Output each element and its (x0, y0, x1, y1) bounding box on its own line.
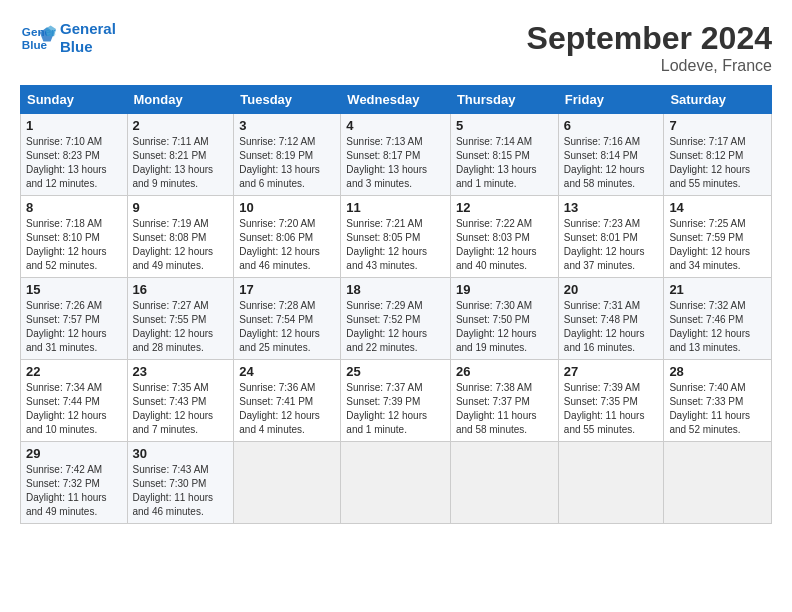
day-number: 19 (456, 282, 553, 297)
day-number: 22 (26, 364, 122, 379)
day-info: Sunrise: 7:23 AM Sunset: 8:01 PM Dayligh… (564, 217, 659, 273)
day-info: Sunrise: 7:37 AM Sunset: 7:39 PM Dayligh… (346, 381, 445, 437)
day-number: 4 (346, 118, 445, 133)
day-info: Sunrise: 7:10 AM Sunset: 8:23 PM Dayligh… (26, 135, 122, 191)
column-header-friday: Friday (558, 86, 664, 114)
day-info: Sunrise: 7:36 AM Sunset: 7:41 PM Dayligh… (239, 381, 335, 437)
day-number: 7 (669, 118, 766, 133)
calendar-cell: 15Sunrise: 7:26 AM Sunset: 7:57 PM Dayli… (21, 278, 128, 360)
page-header: General Blue General Blue September 2024… (20, 20, 772, 75)
day-number: 3 (239, 118, 335, 133)
calendar-cell: 24Sunrise: 7:36 AM Sunset: 7:41 PM Dayli… (234, 360, 341, 442)
day-info: Sunrise: 7:42 AM Sunset: 7:32 PM Dayligh… (26, 463, 122, 519)
day-info: Sunrise: 7:14 AM Sunset: 8:15 PM Dayligh… (456, 135, 553, 191)
calendar-week-row: 15Sunrise: 7:26 AM Sunset: 7:57 PM Dayli… (21, 278, 772, 360)
calendar-cell: 1Sunrise: 7:10 AM Sunset: 8:23 PM Daylig… (21, 114, 128, 196)
day-number: 23 (133, 364, 229, 379)
day-info: Sunrise: 7:40 AM Sunset: 7:33 PM Dayligh… (669, 381, 766, 437)
day-info: Sunrise: 7:19 AM Sunset: 8:08 PM Dayligh… (133, 217, 229, 273)
day-number: 1 (26, 118, 122, 133)
day-info: Sunrise: 7:34 AM Sunset: 7:44 PM Dayligh… (26, 381, 122, 437)
day-number: 16 (133, 282, 229, 297)
calendar-table: SundayMondayTuesdayWednesdayThursdayFrid… (20, 85, 772, 524)
title-block: September 2024 Lodeve, France (527, 20, 772, 75)
calendar-cell: 2Sunrise: 7:11 AM Sunset: 8:21 PM Daylig… (127, 114, 234, 196)
logo-text-general: General (60, 20, 116, 38)
day-info: Sunrise: 7:11 AM Sunset: 8:21 PM Dayligh… (133, 135, 229, 191)
day-info: Sunrise: 7:22 AM Sunset: 8:03 PM Dayligh… (456, 217, 553, 273)
calendar-cell: 8Sunrise: 7:18 AM Sunset: 8:10 PM Daylig… (21, 196, 128, 278)
calendar-cell (234, 442, 341, 524)
calendar-cell: 3Sunrise: 7:12 AM Sunset: 8:19 PM Daylig… (234, 114, 341, 196)
day-info: Sunrise: 7:12 AM Sunset: 8:19 PM Dayligh… (239, 135, 335, 191)
column-header-saturday: Saturday (664, 86, 772, 114)
calendar-cell: 27Sunrise: 7:39 AM Sunset: 7:35 PM Dayli… (558, 360, 664, 442)
day-info: Sunrise: 7:43 AM Sunset: 7:30 PM Dayligh… (133, 463, 229, 519)
day-info: Sunrise: 7:27 AM Sunset: 7:55 PM Dayligh… (133, 299, 229, 355)
day-info: Sunrise: 7:39 AM Sunset: 7:35 PM Dayligh… (564, 381, 659, 437)
day-number: 11 (346, 200, 445, 215)
calendar-cell: 14Sunrise: 7:25 AM Sunset: 7:59 PM Dayli… (664, 196, 772, 278)
day-info: Sunrise: 7:21 AM Sunset: 8:05 PM Dayligh… (346, 217, 445, 273)
month-title: September 2024 (527, 20, 772, 57)
column-header-monday: Monday (127, 86, 234, 114)
logo-icon: General Blue (20, 20, 56, 56)
day-number: 9 (133, 200, 229, 215)
day-number: 8 (26, 200, 122, 215)
day-number: 30 (133, 446, 229, 461)
calendar-cell (341, 442, 451, 524)
day-number: 17 (239, 282, 335, 297)
day-number: 24 (239, 364, 335, 379)
day-info: Sunrise: 7:17 AM Sunset: 8:12 PM Dayligh… (669, 135, 766, 191)
day-info: Sunrise: 7:29 AM Sunset: 7:52 PM Dayligh… (346, 299, 445, 355)
day-number: 5 (456, 118, 553, 133)
day-info: Sunrise: 7:31 AM Sunset: 7:48 PM Dayligh… (564, 299, 659, 355)
calendar-cell: 17Sunrise: 7:28 AM Sunset: 7:54 PM Dayli… (234, 278, 341, 360)
calendar-week-row: 8Sunrise: 7:18 AM Sunset: 8:10 PM Daylig… (21, 196, 772, 278)
day-number: 20 (564, 282, 659, 297)
day-number: 18 (346, 282, 445, 297)
calendar-week-row: 1Sunrise: 7:10 AM Sunset: 8:23 PM Daylig… (21, 114, 772, 196)
calendar-week-row: 22Sunrise: 7:34 AM Sunset: 7:44 PM Dayli… (21, 360, 772, 442)
day-info: Sunrise: 7:32 AM Sunset: 7:46 PM Dayligh… (669, 299, 766, 355)
day-number: 25 (346, 364, 445, 379)
day-number: 6 (564, 118, 659, 133)
calendar-cell: 22Sunrise: 7:34 AM Sunset: 7:44 PM Dayli… (21, 360, 128, 442)
column-header-tuesday: Tuesday (234, 86, 341, 114)
calendar-cell (450, 442, 558, 524)
day-info: Sunrise: 7:26 AM Sunset: 7:57 PM Dayligh… (26, 299, 122, 355)
day-number: 29 (26, 446, 122, 461)
day-number: 27 (564, 364, 659, 379)
calendar-cell: 25Sunrise: 7:37 AM Sunset: 7:39 PM Dayli… (341, 360, 451, 442)
calendar-cell: 9Sunrise: 7:19 AM Sunset: 8:08 PM Daylig… (127, 196, 234, 278)
calendar-cell: 12Sunrise: 7:22 AM Sunset: 8:03 PM Dayli… (450, 196, 558, 278)
day-info: Sunrise: 7:25 AM Sunset: 7:59 PM Dayligh… (669, 217, 766, 273)
calendar-cell (664, 442, 772, 524)
calendar-cell: 11Sunrise: 7:21 AM Sunset: 8:05 PM Dayli… (341, 196, 451, 278)
day-info: Sunrise: 7:13 AM Sunset: 8:17 PM Dayligh… (346, 135, 445, 191)
day-number: 15 (26, 282, 122, 297)
day-number: 26 (456, 364, 553, 379)
day-number: 13 (564, 200, 659, 215)
day-number: 10 (239, 200, 335, 215)
calendar-cell: 28Sunrise: 7:40 AM Sunset: 7:33 PM Dayli… (664, 360, 772, 442)
calendar-cell: 23Sunrise: 7:35 AM Sunset: 7:43 PM Dayli… (127, 360, 234, 442)
calendar-cell: 29Sunrise: 7:42 AM Sunset: 7:32 PM Dayli… (21, 442, 128, 524)
column-header-thursday: Thursday (450, 86, 558, 114)
calendar-cell: 18Sunrise: 7:29 AM Sunset: 7:52 PM Dayli… (341, 278, 451, 360)
day-number: 2 (133, 118, 229, 133)
calendar-cell: 26Sunrise: 7:38 AM Sunset: 7:37 PM Dayli… (450, 360, 558, 442)
calendar-cell: 10Sunrise: 7:20 AM Sunset: 8:06 PM Dayli… (234, 196, 341, 278)
calendar-cell: 16Sunrise: 7:27 AM Sunset: 7:55 PM Dayli… (127, 278, 234, 360)
column-header-sunday: Sunday (21, 86, 128, 114)
day-info: Sunrise: 7:20 AM Sunset: 8:06 PM Dayligh… (239, 217, 335, 273)
day-info: Sunrise: 7:28 AM Sunset: 7:54 PM Dayligh… (239, 299, 335, 355)
calendar-cell (558, 442, 664, 524)
calendar-header-row: SundayMondayTuesdayWednesdayThursdayFrid… (21, 86, 772, 114)
day-number: 12 (456, 200, 553, 215)
day-number: 14 (669, 200, 766, 215)
day-number: 28 (669, 364, 766, 379)
day-info: Sunrise: 7:18 AM Sunset: 8:10 PM Dayligh… (26, 217, 122, 273)
day-info: Sunrise: 7:16 AM Sunset: 8:14 PM Dayligh… (564, 135, 659, 191)
logo: General Blue General Blue (20, 20, 116, 56)
